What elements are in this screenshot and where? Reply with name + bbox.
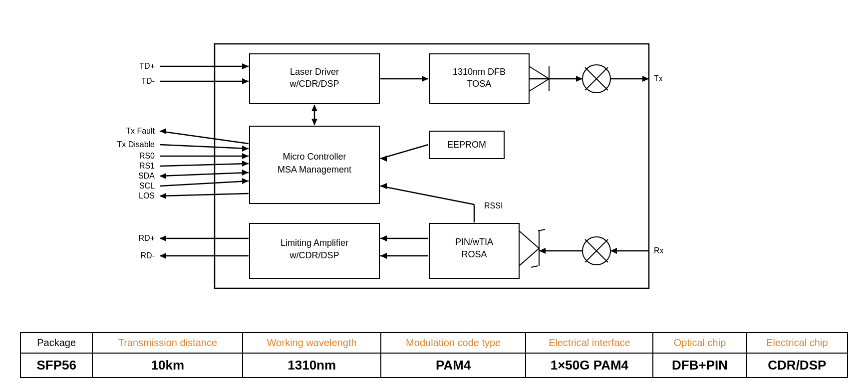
cell-electrical-chip: CDR/DSP [747,353,848,378]
svg-line-73 [380,186,474,204]
svg-marker-36 [242,78,249,84]
svg-text:Tx Fault: Tx Fault [126,127,155,135]
svg-text:TD+: TD+ [139,62,155,70]
svg-marker-80 [160,253,166,259]
svg-marker-46 [311,105,317,111]
svg-text:TD-: TD- [141,77,155,85]
cell-optical-chip: DFB+PIN [653,353,746,378]
svg-marker-49 [160,128,166,134]
svg-marker-74 [380,183,387,189]
svg-text:RD+: RD+ [138,234,154,242]
svg-text:w/CDR/DSP: w/CDR/DSP [289,79,339,89]
svg-line-60 [160,173,249,176]
svg-text:Tx Disable: Tx Disable [117,140,155,149]
svg-marker-55 [242,153,249,159]
svg-text:ROSA: ROSA [461,249,487,259]
specs-table: Package Transmission distance Working wa… [20,332,848,378]
svg-text:Limiting Amplifier: Limiting Amplifier [280,238,348,248]
svg-text:EEPROM: EEPROM [447,140,486,150]
svg-text:RS1: RS1 [139,162,154,170]
svg-text:TOSA: TOSA [467,79,491,89]
svg-line-64 [160,181,249,186]
svg-marker-43 [642,76,649,82]
svg-text:MSA Management: MSA Management [277,165,351,175]
svg-marker-47 [311,119,317,125]
col-header-modulation: Modulation code type [381,333,526,353]
svg-line-48 [160,131,249,144]
svg-line-51 [160,145,249,149]
svg-marker-62 [242,170,249,176]
svg-text:LOS: LOS [138,192,154,200]
svg-line-67 [160,193,249,196]
svg-text:RSSI: RSSI [484,201,503,210]
col-header-transmission: Transmission distance [92,333,243,353]
cell-modulation: PAM4 [381,353,526,378]
svg-marker-77 [160,235,166,241]
svg-marker-85 [380,253,387,259]
diagram-area: Laser Driver w/CDR/DSP 1310nm DFB TOSA M… [10,5,858,332]
svg-text:Laser Driver: Laser Driver [289,67,338,77]
svg-text:SDA: SDA [138,172,155,180]
svg-text:RS0: RS0 [139,152,154,160]
svg-text:1310nm DFB: 1310nm DFB [452,67,505,77]
svg-marker-71 [380,156,387,162]
svg-text:SCL: SCL [139,182,154,190]
svg-marker-61 [160,173,166,179]
svg-marker-89 [610,248,617,254]
svg-marker-39 [422,76,428,82]
svg-line-70 [380,145,428,159]
svg-marker-41 [576,76,582,82]
svg-line-24 [538,229,545,231]
svg-marker-87 [539,248,546,254]
col-header-wavelength: Working wavelength [243,333,381,353]
svg-text:PIN/wTIA: PIN/wTIA [455,237,493,247]
cell-package: SFP56 [20,353,92,378]
svg-marker-52 [242,146,249,152]
cell-electrical-interface: 1×50G PAM4 [526,353,653,378]
col-header-electrical: Electrical interface [526,333,653,353]
table-container: Package Transmission distance Working wa… [10,332,858,378]
svg-text:RD-: RD- [140,251,154,260]
main-container: Laser Driver w/CDR/DSP 1310nm DFB TOSA M… [0,0,868,383]
col-header-package: Package [20,333,92,353]
svg-marker-68 [160,193,166,199]
cell-transmission: 10km [92,353,243,378]
svg-text:w/CDR/DSP: w/CDR/DSP [289,250,339,260]
svg-marker-83 [380,235,387,241]
col-header-electrical-chip: Electrical chip [747,333,848,353]
svg-line-57 [160,164,249,166]
svg-marker-58 [242,161,249,167]
col-header-optical: Optical chip [653,333,746,353]
svg-line-25 [531,266,538,267]
svg-marker-21 [519,231,539,266]
svg-text:Micro Controller: Micro Controller [283,152,346,162]
svg-marker-65 [242,178,249,184]
svg-marker-33 [242,63,249,69]
cell-wavelength: 1310nm [243,353,381,378]
svg-text:Tx: Tx [654,74,663,83]
block-diagram-svg: Laser Driver w/CDR/DSP 1310nm DFB TOSA M… [110,39,759,298]
svg-text:Rx: Rx [654,246,664,255]
